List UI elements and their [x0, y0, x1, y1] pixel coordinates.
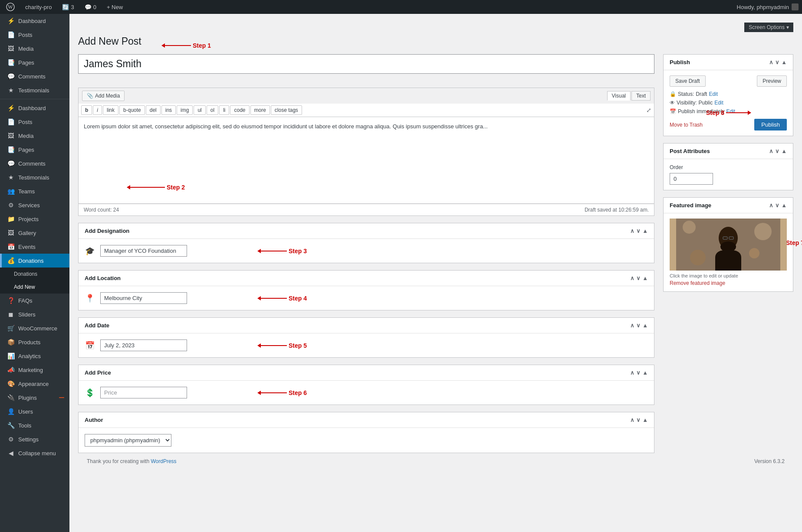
toggle-author-icon[interactable]: ▲ [642, 417, 648, 423]
toggle-price-icon[interactable]: ▲ [642, 369, 648, 376]
post-attr-controls[interactable]: ∧ ∨ ▲ [769, 148, 787, 154]
move-to-trash-button[interactable]: Move to Trash [670, 122, 703, 128]
site-name[interactable]: charity-pro [23, 4, 54, 10]
sidebar-item-media[interactable]: 🖼 Media [0, 42, 69, 55]
chev-down-feat-icon[interactable]: ∨ [775, 202, 779, 209]
sidebar-item-settings[interactable]: ⚙ Settings [0, 432, 69, 446]
chev-up-author-icon[interactable]: ∧ [630, 417, 634, 423]
sidebar-item-comments[interactable]: 💬 Comments [0, 69, 69, 83]
author-select[interactable]: phpmyadmin (phpmyadmin) [85, 434, 171, 447]
close-tags-button[interactable]: close tags [271, 105, 302, 115]
publish-panel-controls[interactable]: ∧ ∨ ▲ [769, 59, 787, 65]
submenu-donations-list[interactable]: Donations [0, 268, 69, 281]
location-input[interactable] [100, 292, 187, 304]
chev-down-author-icon[interactable]: ∨ [636, 417, 641, 423]
img-button[interactable]: img [177, 105, 193, 115]
price-input[interactable] [100, 387, 187, 398]
save-draft-button[interactable]: Save Draft [670, 75, 706, 87]
post-title-input[interactable] [78, 54, 654, 74]
chev-down-pub-icon[interactable]: ∨ [775, 59, 779, 65]
wp-logo-link[interactable]: W [3, 3, 17, 11]
toggle-pub-icon[interactable]: ▲ [781, 59, 787, 65]
chev-down-attr-icon[interactable]: ∨ [775, 148, 779, 154]
sidebar-item-media2[interactable]: 🖼 Media [0, 129, 69, 143]
publish-time-edit-link[interactable]: Edit [726, 108, 735, 114]
featured-img-controls[interactable]: ∧ ∨ ▲ [769, 202, 787, 209]
sidebar-item-woocommerce[interactable]: 🛒 WooCommerce [0, 321, 69, 335]
designation-controls[interactable]: ∧ ∨ ▲ [630, 228, 648, 234]
toggle-date-icon[interactable]: ▲ [642, 322, 648, 329]
location-controls[interactable]: ∧ ∨ ▲ [630, 275, 648, 281]
chev-down-icon[interactable]: ∨ [636, 228, 641, 234]
order-input[interactable] [670, 173, 713, 185]
italic-button[interactable]: i [93, 105, 102, 115]
sidebar-item-teams[interactable]: 👥 Teams [0, 184, 69, 198]
text-tab[interactable]: Text [631, 91, 651, 101]
sidebar-item-testimonials[interactable]: ★ Testimonials [0, 83, 69, 97]
preview-button[interactable]: Preview [757, 75, 787, 87]
sidebar-item-projects[interactable]: 📁 Projects [0, 212, 69, 226]
submenu-donations-add-new[interactable]: Add New [0, 281, 69, 294]
code-button[interactable]: code [230, 105, 249, 115]
sidebar-item-collapse[interactable]: ◀ Collapse menu [0, 446, 69, 460]
comments-link[interactable]: 💬 0 [82, 4, 99, 10]
sidebar-item-faqs[interactable]: ❓ FAQs [0, 294, 69, 307]
sidebar-item-comments2[interactable]: 💬 Comments [0, 157, 69, 170]
sidebar-item-sliders[interactable]: ◼ Sliders [0, 307, 69, 321]
visual-tab[interactable]: Visual [607, 91, 631, 101]
chev-up-attr-icon[interactable]: ∧ [769, 148, 773, 154]
new-post-link[interactable]: + New [104, 4, 125, 10]
editor-content-area[interactable]: Lorem ipsum dolor sit amet, consectetur … [78, 117, 654, 204]
chev-up-price-icon[interactable]: ∧ [630, 369, 634, 376]
price-controls[interactable]: ∧ ∨ ▲ [630, 369, 648, 376]
publish-button[interactable]: Publish [754, 119, 787, 131]
expand-icon[interactable]: ⤢ [646, 107, 651, 114]
chev-up-pub-icon[interactable]: ∧ [769, 59, 773, 65]
ul-button[interactable]: ul [194, 105, 205, 115]
more-button[interactable]: more [250, 105, 270, 115]
sidebar-item-plugins[interactable]: 🔌 Plugins [0, 391, 69, 405]
screen-options-button[interactable]: Screen Options ▾ [744, 23, 793, 32]
wordpress-link[interactable]: WordPress [151, 458, 176, 464]
featured-image[interactable] [670, 219, 787, 271]
sidebar-item-pages[interactable]: 📑 Pages [0, 55, 69, 69]
toggle-loc-icon[interactable]: ▲ [642, 275, 648, 281]
date-controls[interactable]: ∧ ∨ ▲ [630, 322, 648, 329]
toggle-feat-icon[interactable]: ▲ [781, 202, 787, 209]
toggle-attr-icon[interactable]: ▲ [781, 148, 787, 154]
chev-up-feat-icon[interactable]: ∧ [769, 202, 773, 209]
del-button[interactable]: del [146, 105, 161, 115]
sidebar-item-appearance[interactable]: 🎨 Appearance [0, 377, 69, 391]
update-link[interactable]: 🔄 3 [59, 4, 76, 10]
toggle-icon[interactable]: ▲ [642, 228, 648, 234]
remove-featured-image-link[interactable]: Remove featured image [670, 280, 787, 286]
sidebar-item-services[interactable]: ⚙ Services [0, 198, 69, 212]
sidebar-item-pages2[interactable]: 📑 Pages [0, 143, 69, 157]
date-input[interactable] [100, 339, 187, 351]
add-media-button[interactable]: 📎 Add Media [82, 91, 125, 101]
bquote-button[interactable]: b-quote [119, 105, 145, 115]
sidebar-item-products[interactable]: 📦 Products [0, 335, 69, 349]
chev-down-loc-icon[interactable]: ∨ [636, 275, 641, 281]
sidebar-item-users[interactable]: 👤 Users [0, 405, 69, 418]
sidebar-item-dashboard2[interactable]: ⚡ Dashboard [0, 101, 69, 115]
li-button[interactable]: li [219, 105, 229, 115]
bold-button[interactable]: b [81, 105, 92, 115]
chev-down-date-icon[interactable]: ∨ [636, 322, 641, 329]
chev-down-price-icon[interactable]: ∨ [636, 369, 641, 376]
sidebar-item-dashboard[interactable]: ⚡ Dashboard [0, 14, 69, 28]
sidebar-item-tools[interactable]: 🔧 Tools [0, 418, 69, 432]
chev-up-date-icon[interactable]: ∧ [630, 322, 634, 329]
sidebar-item-events[interactable]: 📅 Events [0, 240, 69, 254]
sidebar-item-marketing[interactable]: 📣 Marketing [0, 363, 69, 377]
status-edit-link[interactable]: Edit [709, 91, 718, 97]
sidebar-item-analytics[interactable]: 📊 Analytics [0, 349, 69, 363]
author-controls[interactable]: ∧ ∨ ▲ [630, 417, 648, 423]
sidebar-item-testimonials2[interactable]: ★ Testimonials [0, 170, 69, 184]
sidebar-item-posts[interactable]: 📄 Posts [0, 28, 69, 42]
ol-button[interactable]: ol [207, 105, 218, 115]
sidebar-item-posts2[interactable]: 📄 Posts [0, 115, 69, 129]
link-button[interactable]: link [103, 105, 118, 115]
designation-input[interactable] [100, 245, 187, 257]
sidebar-item-gallery[interactable]: 🖼 Gallery [0, 226, 69, 240]
